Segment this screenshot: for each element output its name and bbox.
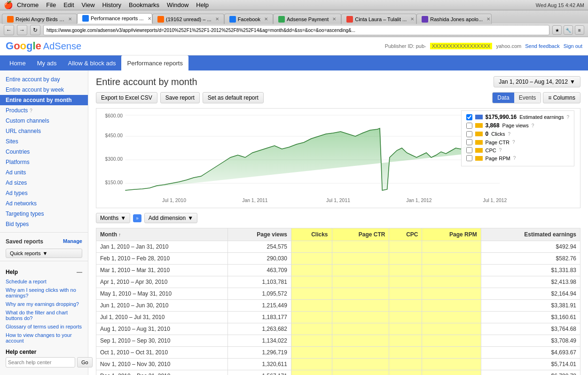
th-clicks[interactable]: Clicks xyxy=(291,228,332,241)
data-tab[interactable]: Data xyxy=(493,93,514,103)
cell-page-rpm xyxy=(422,288,481,300)
tab-favicon-5 xyxy=(278,16,285,23)
help-collapse-icon[interactable]: — xyxy=(77,269,82,275)
sidebar-item-countries[interactable]: Countries xyxy=(0,147,88,157)
page-views-help-icon[interactable]: ? xyxy=(532,123,534,128)
legend-checkbox-clicks[interactable] xyxy=(466,131,472,137)
clicks-help-icon[interactable]: ? xyxy=(508,132,511,137)
th-page-views[interactable]: Page views xyxy=(227,228,291,241)
menu-history[interactable]: History xyxy=(102,1,121,8)
legend-checkbox-page-views[interactable] xyxy=(466,123,472,129)
tab-close-6[interactable]: ✕ xyxy=(410,16,414,22)
help-link-filter-buttons[interactable]: What do the filter and chart buttons do? xyxy=(0,308,88,322)
sidebar-item-targeting-types[interactable]: Targeting types xyxy=(0,209,88,219)
tab-4[interactable]: Facebook ✕ xyxy=(224,14,273,24)
help-link-glossary[interactable]: Glossary of terms used in reports xyxy=(0,322,88,331)
menu-edit[interactable]: Edit xyxy=(63,1,74,8)
tab-close-4[interactable]: ✕ xyxy=(264,16,268,22)
sidebar-item-ad-units[interactable]: Ad units xyxy=(0,167,88,178)
sidebar-item-ad-types[interactable]: Ad types xyxy=(0,188,88,198)
wrench-icon[interactable]: ≡ xyxy=(575,25,584,35)
events-tab[interactable]: Events xyxy=(514,93,541,103)
menu-help[interactable]: Help xyxy=(196,1,209,8)
menu-window[interactable]: Window xyxy=(167,1,188,8)
menu-chrome[interactable]: Chrome xyxy=(17,1,39,8)
products-help-icon[interactable]: ? xyxy=(30,108,32,113)
back-button[interactable]: ← xyxy=(4,25,14,35)
tab-close-2[interactable]: ✕ xyxy=(148,16,151,21)
help-link-schedule-report[interactable]: Schedule a report xyxy=(0,277,88,286)
legend-label-earnings: Estimated earnings xyxy=(519,114,564,120)
tab-5[interactable]: Adsense Payment ✕ xyxy=(273,14,341,24)
sidebar-item-entire-account-by-day[interactable]: Entire account by day xyxy=(0,74,88,85)
menu-file[interactable]: File xyxy=(46,1,56,8)
help-link-seeing-clicks[interactable]: Why am I seeing clicks with no earnings? xyxy=(0,286,88,300)
sign-out-link[interactable]: Sign out xyxy=(564,43,582,49)
tab-6[interactable]: Cinta Laura – Tulalit ... ✕ xyxy=(341,14,416,24)
manage-link[interactable]: Manage xyxy=(63,238,82,245)
sidebar-item-sites[interactable]: Sites xyxy=(0,136,88,147)
th-page-ctr[interactable]: Page CTR xyxy=(332,228,389,241)
th-estimated-earnings[interactable]: Estimated earnings xyxy=(481,228,580,241)
saved-reports-title: Saved reports xyxy=(6,238,43,245)
refresh-button[interactable]: ↻ xyxy=(30,25,40,35)
sidebar-item-bid-types[interactable]: Bid types xyxy=(0,219,88,229)
sidebar-item-entire-account-by-week[interactable]: Entire account by week xyxy=(0,85,88,95)
months-select[interactable]: Months ▼ xyxy=(96,213,130,223)
sidebar-item-ad-sizes[interactable]: Ad sizes xyxy=(0,178,88,188)
save-report-button[interactable]: Save report xyxy=(160,92,200,103)
tab-3[interactable]: (19162 unread) – ... ✕ xyxy=(152,14,224,24)
publisher-email: yahoo.com xyxy=(496,43,521,49)
nav-allow-block-ads[interactable]: Allow & block ads xyxy=(63,55,122,70)
th-page-rpm[interactable]: Page RPM xyxy=(422,228,481,241)
tab-2[interactable]: Performance reports ... ✕ xyxy=(77,13,152,23)
extensions-icon[interactable]: 🔧 xyxy=(564,25,573,35)
quick-reports-button[interactable]: Quick reports ▼ xyxy=(6,249,82,258)
tab-close-1[interactable]: ✕ xyxy=(68,16,72,22)
address-input[interactable] xyxy=(43,25,549,35)
set-default-button[interactable]: Set as default report xyxy=(203,92,264,103)
help-link-earnings-dropping[interactable]: Why are my earnings dropping? xyxy=(0,300,88,308)
menu-view[interactable]: View xyxy=(82,1,95,8)
dimension-forward-arrow[interactable]: » xyxy=(133,214,141,222)
earnings-help-icon[interactable]: ? xyxy=(566,115,569,120)
tab-1[interactable]: Rejeki Angry Birds d... ✕ xyxy=(2,14,77,24)
bookmark-icon[interactable]: ★ xyxy=(552,25,562,35)
sidebar-item-products[interactable]: Products ? xyxy=(0,105,88,116)
sidebar-item-custom-channels[interactable]: Custom channels xyxy=(0,116,88,126)
menu-bookmarks[interactable]: Bookmarks xyxy=(129,1,159,8)
nav-performance-reports[interactable]: Performance reports xyxy=(121,55,188,70)
header-right: Publisher ID: pub- XXXXXXXXXXXXXXXXX yah… xyxy=(385,43,582,49)
cpc-help-icon[interactable]: ? xyxy=(499,148,502,153)
th-cpc[interactable]: CPC xyxy=(389,228,422,241)
legend-checkbox-cpc[interactable] xyxy=(466,147,472,153)
forward-button[interactable]: → xyxy=(17,25,27,35)
page-ctr-help-icon[interactable]: ? xyxy=(512,140,515,145)
quick-reports-label: Quick reports xyxy=(10,250,40,256)
add-dimension-button[interactable]: Add dimension ▼ xyxy=(144,213,197,223)
tab-close-3[interactable]: ✕ xyxy=(215,16,219,22)
legend-checkbox-page-ctr[interactable] xyxy=(466,139,472,145)
sidebar-item-url-channels[interactable]: URL channels xyxy=(0,126,88,136)
date-range-button[interactable]: Jan 1, 2010 – Aug 14, 2012 ▼ xyxy=(494,76,580,87)
legend-checkbox-page-rpm[interactable] xyxy=(466,155,472,161)
page-rpm-help-icon[interactable]: ? xyxy=(513,156,516,161)
help-search-input[interactable] xyxy=(6,357,75,367)
tab-close-5[interactable]: ✕ xyxy=(332,16,336,22)
dimension-row: Months ▼ » Add dimension ▼ xyxy=(96,213,580,223)
send-feedback-link[interactable]: Send feedback xyxy=(525,43,559,49)
sidebar-item-platforms[interactable]: Platforms xyxy=(0,157,88,167)
sidebar-item-ad-networks[interactable]: Ad networks xyxy=(0,198,88,209)
th-month[interactable]: Month ↑ xyxy=(96,228,228,241)
nav-home[interactable]: Home xyxy=(4,55,31,70)
help-link-view-changes[interactable]: How to view changes to your account xyxy=(0,331,88,345)
legend-checkbox-earnings[interactable] xyxy=(466,114,472,120)
columns-button[interactable]: ≡ Columns xyxy=(543,92,580,103)
tab-close-7[interactable]: ✕ xyxy=(486,16,490,22)
nav-my-ads[interactable]: My ads xyxy=(31,55,63,70)
tab-7[interactable]: Rashida Jones apolo... ✕ xyxy=(416,14,492,24)
sidebar-item-entire-account-by-month[interactable]: Entire account by month xyxy=(0,95,88,105)
export-csv-button[interactable]: Export to Excel CSV xyxy=(96,92,157,103)
apple-icon[interactable]: 🍎 xyxy=(4,0,13,9)
tab-favicon-2 xyxy=(82,15,89,22)
